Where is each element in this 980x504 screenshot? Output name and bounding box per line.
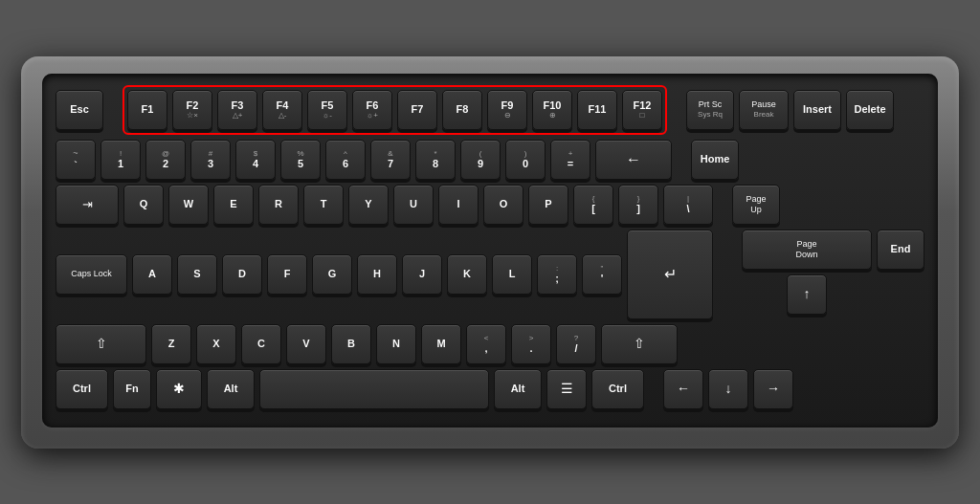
key-f2[interactable]: F2☆× — [172, 90, 212, 130]
key-8[interactable]: *8 — [415, 140, 456, 180]
key-5[interactable]: %5 — [280, 140, 321, 180]
key-9[interactable]: (9 — [460, 140, 501, 180]
key-backtick[interactable]: ~` — [56, 140, 96, 180]
ctrl-row: Ctrl Fn ✱ Alt Alt ☰ Ctrl ← ↓ → — [56, 369, 924, 409]
key-m[interactable]: M — [421, 324, 461, 364]
key-s[interactable]: S — [177, 254, 217, 295]
key-g[interactable]: G — [312, 254, 352, 295]
key-f8[interactable]: F8 — [442, 90, 482, 130]
key-lbracket[interactable]: {[ — [573, 185, 613, 225]
key-a[interactable]: A — [132, 254, 172, 295]
key-backslash[interactable]: |\ — [663, 185, 713, 225]
key-rctrl[interactable]: Ctrl — [591, 369, 644, 409]
key-quote[interactable]: "' — [582, 254, 622, 295]
key-lshift[interactable]: ⇧ — [56, 324, 146, 364]
key-end[interactable]: End — [877, 230, 924, 270]
key-delete[interactable]: Delete — [846, 90, 894, 130]
key-b[interactable]: B — [331, 324, 371, 364]
key-p[interactable]: P — [528, 185, 568, 225]
key-f[interactable]: F — [267, 254, 307, 295]
caps-row: Caps Lock A S D F G H J K L :; "' ↵ — [56, 230, 732, 319]
keyboard-outer: Esc F1 F2☆× F3△+ F4△- F5☼- F6☼+ F7 F8 F9… — [21, 56, 959, 449]
keyboard-inner: Esc F1 F2☆× F3△+ F4△- F5☼- F6☼+ F7 F8 F9… — [42, 74, 938, 427]
key-1[interactable]: !1 — [100, 140, 141, 180]
key-enter[interactable]: ↵ — [627, 230, 713, 319]
key-h[interactable]: H — [357, 254, 397, 295]
key-0[interactable]: )0 — [505, 140, 546, 180]
key-rbracket[interactable]: }] — [618, 185, 658, 225]
number-row: ~` !1 @2 #3 $4 %5 ^6 &7 *8 (9 )0 += ← Ho… — [56, 140, 924, 180]
key-fn[interactable]: Fn — [113, 369, 151, 409]
key-backspace[interactable]: ← — [595, 140, 672, 180]
key-f4[interactable]: F4△- — [262, 90, 302, 130]
key-prtsc[interactable]: Prt ScSys Rq — [686, 90, 734, 130]
key-lctrl[interactable]: Ctrl — [56, 369, 108, 409]
tab-row: ⇥ Q W E R T Y U I O P {[ }] |\ PageUp — [56, 185, 924, 225]
key-comma[interactable]: <, — [466, 324, 506, 364]
key-tab[interactable]: ⇥ — [56, 185, 119, 225]
key-c[interactable]: C — [241, 324, 281, 364]
key-f9[interactable]: F9⊖ — [487, 90, 527, 130]
key-f11[interactable]: F11 — [577, 90, 617, 130]
key-rightarrow[interactable]: → — [753, 369, 793, 409]
shift-row: ⇧ Z X C V B N M <, >. ?/ ⇧ — [56, 324, 732, 364]
key-y[interactable]: Y — [348, 185, 389, 225]
key-t[interactable]: T — [303, 185, 344, 225]
key-7[interactable]: &7 — [370, 140, 411, 180]
key-e[interactable]: E — [213, 185, 254, 225]
key-f5[interactable]: F5☼- — [307, 90, 347, 130]
key-d[interactable]: D — [222, 254, 262, 295]
key-l[interactable]: L — [492, 254, 532, 295]
key-pageup[interactable]: PageUp — [732, 185, 780, 225]
fn-row: Esc F1 F2☆× F3△+ F4△- F5☼- F6☼+ F7 F8 F9… — [56, 85, 924, 135]
key-menu[interactable]: ☰ — [546, 369, 587, 409]
key-z[interactable]: Z — [151, 324, 191, 364]
key-rshift[interactable]: ⇧ — [601, 324, 678, 364]
key-f10[interactable]: F10⊕ — [532, 90, 572, 130]
key-ralt[interactable]: Alt — [494, 369, 542, 409]
key-x[interactable]: X — [196, 324, 236, 364]
key-n[interactable]: N — [376, 324, 416, 364]
key-f3[interactable]: F3△+ — [217, 90, 257, 130]
key-minus[interactable]: += — [550, 140, 590, 180]
key-4[interactable]: $4 — [235, 140, 276, 180]
key-win[interactable]: ✱ — [156, 369, 202, 409]
fn-key-group: F1 F2☆× F3△+ F4△- F5☼- F6☼+ F7 F8 F9⊖ F1… — [122, 85, 667, 135]
key-u[interactable]: U — [393, 185, 434, 225]
key-lalt[interactable]: Alt — [207, 369, 255, 409]
key-pagedown[interactable]: PageDown — [742, 230, 872, 270]
key-r[interactable]: R — [258, 185, 299, 225]
key-i[interactable]: I — [438, 185, 479, 225]
key-capslock[interactable]: Caps Lock — [56, 254, 127, 295]
key-space[interactable] — [259, 369, 489, 409]
key-f12[interactable]: F12□ — [622, 90, 662, 130]
key-6[interactable]: ^6 — [325, 140, 366, 180]
key-slash[interactable]: ?/ — [556, 324, 596, 364]
key-q[interactable]: Q — [123, 185, 164, 225]
key-f1[interactable]: F1 — [127, 90, 167, 130]
key-period[interactable]: >. — [511, 324, 551, 364]
key-home[interactable]: Home — [691, 140, 739, 180]
key-3[interactable]: #3 — [190, 140, 231, 180]
key-f6[interactable]: F6☼+ — [352, 90, 392, 130]
key-v[interactable]: V — [286, 324, 326, 364]
key-2[interactable]: @2 — [145, 140, 186, 180]
key-uparrow[interactable]: ↑ — [787, 274, 827, 315]
key-insert[interactable]: Insert — [793, 90, 841, 130]
key-semicolon[interactable]: :; — [537, 254, 577, 295]
key-leftarrow[interactable]: ← — [663, 369, 703, 409]
key-f7[interactable]: F7 — [397, 90, 437, 130]
key-pause[interactable]: PauseBreak — [739, 90, 789, 130]
key-o[interactable]: O — [483, 185, 523, 225]
key-k[interactable]: K — [447, 254, 487, 295]
key-w[interactable]: W — [168, 185, 209, 225]
key-downarrow[interactable]: ↓ — [708, 369, 748, 409]
key-j[interactable]: J — [402, 254, 442, 295]
key-esc[interactable]: Esc — [56, 90, 103, 130]
